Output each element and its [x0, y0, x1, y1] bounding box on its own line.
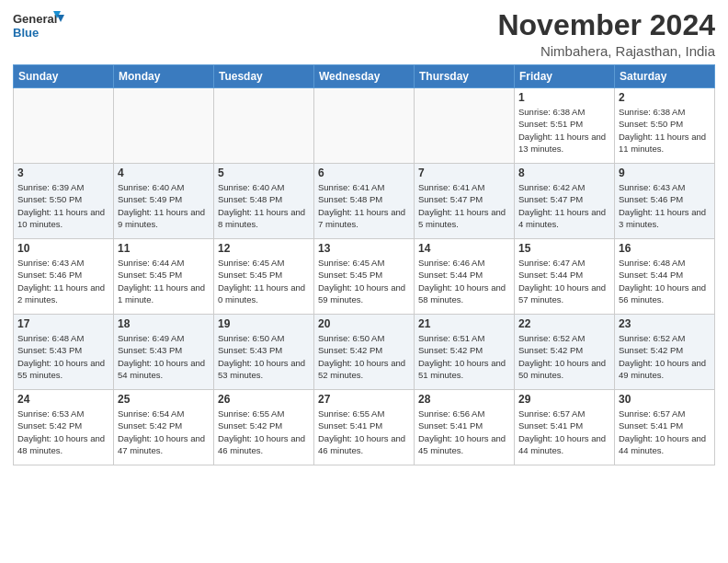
day-info: Sunrise: 6:56 AM Sunset: 5:41 PM Dayligh… — [418, 408, 510, 456]
day-info: Sunrise: 6:48 AM Sunset: 5:44 PM Dayligh… — [619, 257, 711, 305]
calendar-cell: 4Sunrise: 6:40 AM Sunset: 5:49 PM Daylig… — [114, 164, 214, 239]
calendar-cell — [114, 88, 214, 164]
day-number: 28 — [418, 393, 510, 406]
day-number: 18 — [118, 317, 210, 330]
logo: General Blue — [13, 9, 66, 46]
calendar-cell: 13Sunrise: 6:45 AM Sunset: 5:45 PM Dayli… — [314, 239, 415, 315]
calendar-cell — [214, 88, 314, 164]
location-subtitle: Nimbahera, Rajasthan, India — [497, 43, 715, 59]
month-title: November 2024 — [497, 9, 715, 41]
day-info: Sunrise: 6:47 AM Sunset: 5:44 PM Dayligh… — [518, 257, 610, 305]
calendar-cell: 9Sunrise: 6:43 AM Sunset: 5:46 PM Daylig… — [615, 164, 715, 239]
calendar-cell: 29Sunrise: 6:57 AM Sunset: 5:41 PM Dayli… — [515, 390, 615, 465]
day-info: Sunrise: 6:46 AM Sunset: 5:44 PM Dayligh… — [418, 257, 510, 305]
day-number: 29 — [518, 393, 610, 406]
day-info: Sunrise: 6:57 AM Sunset: 5:41 PM Dayligh… — [518, 408, 610, 456]
day-number: 19 — [218, 317, 310, 330]
calendar-cell: 2Sunrise: 6:38 AM Sunset: 5:50 PM Daylig… — [615, 88, 715, 164]
calendar-cell: 17Sunrise: 6:48 AM Sunset: 5:43 PM Dayli… — [14, 315, 114, 390]
day-header-friday: Friday — [515, 65, 615, 88]
day-number: 11 — [118, 242, 210, 255]
calendar-cell: 14Sunrise: 6:46 AM Sunset: 5:44 PM Dayli… — [415, 239, 515, 315]
day-number: 8 — [518, 167, 610, 179]
svg-marker-3 — [57, 15, 64, 22]
calendar-cell: 8Sunrise: 6:42 AM Sunset: 5:47 PM Daylig… — [515, 164, 615, 239]
calendar-cell: 22Sunrise: 6:52 AM Sunset: 5:42 PM Dayli… — [515, 315, 615, 390]
calendar-cell: 26Sunrise: 6:55 AM Sunset: 5:42 PM Dayli… — [214, 390, 314, 465]
calendar-cell: 3Sunrise: 6:39 AM Sunset: 5:50 PM Daylig… — [14, 164, 114, 239]
day-number: 14 — [418, 242, 510, 255]
day-number: 17 — [17, 317, 109, 330]
calendar-table: SundayMondayTuesdayWednesdayThursdayFrid… — [13, 64, 715, 465]
day-info: Sunrise: 6:38 AM Sunset: 5:50 PM Dayligh… — [619, 106, 711, 155]
day-number: 6 — [318, 167, 410, 179]
day-number: 3 — [17, 167, 109, 179]
calendar-cell: 27Sunrise: 6:55 AM Sunset: 5:41 PM Dayli… — [314, 390, 415, 465]
calendar-cell: 21Sunrise: 6:51 AM Sunset: 5:42 PM Dayli… — [415, 315, 515, 390]
day-info: Sunrise: 6:38 AM Sunset: 5:51 PM Dayligh… — [518, 106, 610, 155]
day-info: Sunrise: 6:49 AM Sunset: 5:43 PM Dayligh… — [118, 332, 210, 381]
day-info: Sunrise: 6:45 AM Sunset: 5:45 PM Dayligh… — [318, 257, 410, 305]
day-info: Sunrise: 6:50 AM Sunset: 5:43 PM Dayligh… — [218, 332, 310, 381]
calendar-cell: 24Sunrise: 6:53 AM Sunset: 5:42 PM Dayli… — [14, 390, 114, 465]
day-header-tuesday: Tuesday — [214, 65, 314, 88]
calendar-cell: 1Sunrise: 6:38 AM Sunset: 5:51 PM Daylig… — [515, 88, 615, 164]
day-number: 25 — [118, 393, 210, 406]
day-info: Sunrise: 6:43 AM Sunset: 5:46 PM Dayligh… — [17, 257, 109, 305]
day-header-monday: Monday — [114, 65, 214, 88]
day-header-wednesday: Wednesday — [314, 65, 415, 88]
calendar-cell — [14, 88, 114, 164]
day-number: 4 — [118, 167, 210, 179]
day-info: Sunrise: 6:42 AM Sunset: 5:47 PM Dayligh… — [518, 181, 610, 230]
day-number: 21 — [418, 317, 510, 330]
calendar-cell: 23Sunrise: 6:52 AM Sunset: 5:42 PM Dayli… — [615, 315, 715, 390]
day-info: Sunrise: 6:39 AM Sunset: 5:50 PM Dayligh… — [17, 181, 109, 230]
day-number: 9 — [619, 167, 711, 179]
day-info: Sunrise: 6:57 AM Sunset: 5:41 PM Dayligh… — [619, 408, 711, 456]
calendar-cell: 28Sunrise: 6:56 AM Sunset: 5:41 PM Dayli… — [415, 390, 515, 465]
day-number: 13 — [318, 242, 410, 255]
day-number: 15 — [518, 242, 610, 255]
day-number: 24 — [17, 393, 109, 406]
day-info: Sunrise: 6:53 AM Sunset: 5:42 PM Dayligh… — [17, 408, 109, 456]
day-info: Sunrise: 6:52 AM Sunset: 5:42 PM Dayligh… — [518, 332, 610, 381]
calendar-cell — [415, 88, 515, 164]
day-info: Sunrise: 6:41 AM Sunset: 5:48 PM Dayligh… — [318, 181, 410, 230]
day-info: Sunrise: 6:51 AM Sunset: 5:42 PM Dayligh… — [418, 332, 510, 381]
title-block: November 2024 Nimbahera, Rajasthan, Indi… — [497, 9, 715, 59]
calendar-cell — [314, 88, 415, 164]
calendar-cell: 15Sunrise: 6:47 AM Sunset: 5:44 PM Dayli… — [515, 239, 615, 315]
day-number: 2 — [619, 91, 711, 104]
svg-text:General: General — [13, 12, 57, 26]
day-number: 30 — [619, 393, 711, 406]
day-number: 16 — [619, 242, 711, 255]
calendar-cell: 30Sunrise: 6:57 AM Sunset: 5:41 PM Dayli… — [615, 390, 715, 465]
calendar-cell: 6Sunrise: 6:41 AM Sunset: 5:48 PM Daylig… — [314, 164, 415, 239]
day-number: 23 — [619, 317, 711, 330]
day-info: Sunrise: 6:45 AM Sunset: 5:45 PM Dayligh… — [218, 257, 310, 305]
day-info: Sunrise: 6:50 AM Sunset: 5:42 PM Dayligh… — [318, 332, 410, 381]
day-number: 1 — [518, 91, 610, 104]
calendar-cell: 10Sunrise: 6:43 AM Sunset: 5:46 PM Dayli… — [14, 239, 114, 315]
day-info: Sunrise: 6:40 AM Sunset: 5:48 PM Dayligh… — [218, 181, 310, 230]
day-number: 20 — [318, 317, 410, 330]
day-info: Sunrise: 6:54 AM Sunset: 5:42 PM Dayligh… — [118, 408, 210, 456]
day-info: Sunrise: 6:44 AM Sunset: 5:45 PM Dayligh… — [118, 257, 210, 305]
day-info: Sunrise: 6:48 AM Sunset: 5:43 PM Dayligh… — [17, 332, 109, 381]
day-info: Sunrise: 6:40 AM Sunset: 5:49 PM Dayligh… — [118, 181, 210, 230]
day-number: 22 — [518, 317, 610, 330]
calendar-cell: 16Sunrise: 6:48 AM Sunset: 5:44 PM Dayli… — [615, 239, 715, 315]
calendar-cell: 11Sunrise: 6:44 AM Sunset: 5:45 PM Dayli… — [114, 239, 214, 315]
day-info: Sunrise: 6:43 AM Sunset: 5:46 PM Dayligh… — [619, 181, 711, 230]
day-info: Sunrise: 6:55 AM Sunset: 5:42 PM Dayligh… — [218, 408, 310, 456]
calendar-cell: 20Sunrise: 6:50 AM Sunset: 5:42 PM Dayli… — [314, 315, 415, 390]
calendar-cell: 5Sunrise: 6:40 AM Sunset: 5:48 PM Daylig… — [214, 164, 314, 239]
day-number: 26 — [218, 393, 310, 406]
calendar-cell: 19Sunrise: 6:50 AM Sunset: 5:43 PM Dayli… — [214, 315, 314, 390]
svg-text:Blue: Blue — [13, 26, 39, 40]
day-number: 7 — [418, 167, 510, 179]
day-info: Sunrise: 6:55 AM Sunset: 5:41 PM Dayligh… — [318, 408, 410, 456]
day-header-saturday: Saturday — [615, 65, 715, 88]
calendar-cell: 7Sunrise: 6:41 AM Sunset: 5:47 PM Daylig… — [415, 164, 515, 239]
calendar-cell: 12Sunrise: 6:45 AM Sunset: 5:45 PM Dayli… — [214, 239, 314, 315]
